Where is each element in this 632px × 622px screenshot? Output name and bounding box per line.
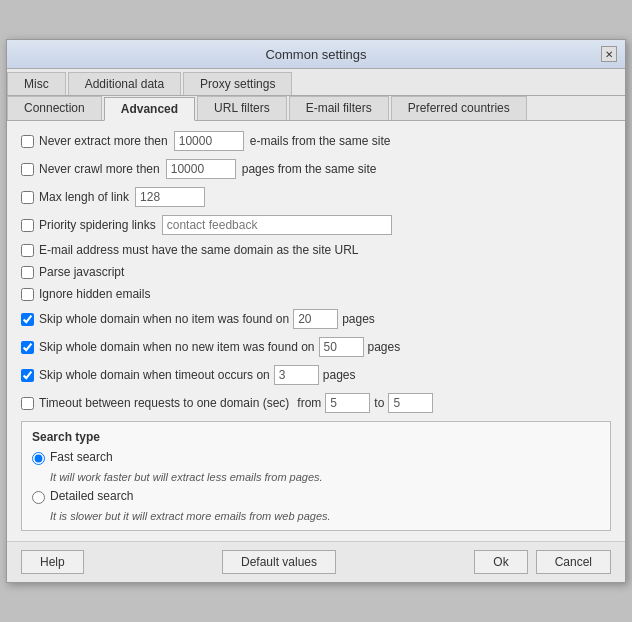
detailed-search-radio[interactable] bbox=[32, 491, 45, 504]
search-type-box: Search type Fast search It will work fas… bbox=[21, 421, 611, 531]
never-crawl-suffix: pages from the same site bbox=[242, 162, 377, 176]
never-crawl-checkbox[interactable] bbox=[21, 163, 34, 176]
tab-connection[interactable]: Connection bbox=[7, 96, 102, 120]
tab-proxy-settings[interactable]: Proxy settings bbox=[183, 72, 292, 95]
timeout-from-label: from bbox=[297, 396, 321, 410]
email-domain-checkbox-label[interactable]: E-mail address must have the same domain… bbox=[21, 243, 358, 257]
tab-email-filters[interactable]: E-mail filters bbox=[289, 96, 389, 120]
never-extract-checkbox-label[interactable]: Never extract more then bbox=[21, 134, 168, 148]
max-length-checkbox-label[interactable]: Max lengh of link bbox=[21, 190, 129, 204]
skip-domain-input[interactable] bbox=[293, 309, 338, 329]
timeout-row: Timeout between requests to one domain (… bbox=[21, 393, 611, 413]
bottom-tabs: Connection Advanced URL filters E-mail f… bbox=[7, 96, 625, 121]
never-extract-suffix: e-mails from the same site bbox=[250, 134, 391, 148]
tab-additional-data[interactable]: Additional data bbox=[68, 72, 181, 95]
ignore-hidden-checkbox[interactable] bbox=[21, 288, 34, 301]
timeout-to-label: to bbox=[374, 396, 384, 410]
help-button[interactable]: Help bbox=[21, 550, 84, 574]
tab-url-filters[interactable]: URL filters bbox=[197, 96, 287, 120]
never-extract-checkbox[interactable] bbox=[21, 135, 34, 148]
fast-search-radio-row: Fast search bbox=[32, 450, 600, 465]
email-domain-checkbox[interactable] bbox=[21, 244, 34, 257]
skip-domain-row: Skip whole domain when no item was found… bbox=[21, 309, 611, 329]
footer-right: Ok Cancel bbox=[474, 550, 611, 574]
timeout-checkbox-label[interactable]: Timeout between requests to one domain (… bbox=[21, 396, 289, 410]
content-area: Never extract more then e-mails from the… bbox=[7, 121, 625, 541]
ignore-hidden-row: Ignore hidden emails bbox=[21, 287, 611, 301]
close-button[interactable]: ✕ bbox=[601, 46, 617, 62]
skip-domain-new-row: Skip whole domain when no new item was f… bbox=[21, 337, 611, 357]
parse-js-checkbox[interactable] bbox=[21, 266, 34, 279]
skip-domain-new-input[interactable] bbox=[319, 337, 364, 357]
email-domain-row: E-mail address must have the same domain… bbox=[21, 243, 611, 257]
detailed-search-option: Detailed search It is slower but it will… bbox=[32, 489, 600, 522]
skip-timeout-input[interactable] bbox=[274, 365, 319, 385]
footer: Help Default values Ok Cancel bbox=[7, 541, 625, 582]
ignore-hidden-checkbox-label[interactable]: Ignore hidden emails bbox=[21, 287, 150, 301]
detailed-search-radio-row: Detailed search bbox=[32, 489, 600, 504]
never-crawl-checkbox-label[interactable]: Never crawl more then bbox=[21, 162, 160, 176]
detailed-search-desc: It is slower but it will extract more em… bbox=[50, 510, 600, 522]
search-type-title: Search type bbox=[32, 430, 600, 444]
skip-timeout-row: Skip whole domain when timeout occurs on… bbox=[21, 365, 611, 385]
fast-search-desc: It will work faster but will extract les… bbox=[50, 471, 600, 483]
timeout-checkbox[interactable] bbox=[21, 397, 34, 410]
default-values-button[interactable]: Default values bbox=[222, 550, 336, 574]
tab-misc[interactable]: Misc bbox=[7, 72, 66, 95]
parse-js-checkbox-label[interactable]: Parse javascript bbox=[21, 265, 124, 279]
never-extract-row: Never extract more then e-mails from the… bbox=[21, 131, 611, 151]
title-bar: Common settings ✕ bbox=[7, 40, 625, 69]
tab-preferred-countries[interactable]: Preferred countries bbox=[391, 96, 527, 120]
never-extract-input[interactable] bbox=[174, 131, 244, 151]
window-title: Common settings bbox=[31, 47, 601, 62]
skip-domain-suffix: pages bbox=[342, 312, 375, 326]
max-length-row: Max lengh of link bbox=[21, 187, 611, 207]
max-length-input[interactable] bbox=[135, 187, 205, 207]
skip-domain-checkbox-label[interactable]: Skip whole domain when no item was found… bbox=[21, 312, 289, 326]
timeout-to-input[interactable] bbox=[388, 393, 433, 413]
skip-domain-checkbox[interactable] bbox=[21, 313, 34, 326]
skip-timeout-checkbox[interactable] bbox=[21, 369, 34, 382]
max-length-checkbox[interactable] bbox=[21, 191, 34, 204]
priority-checkbox-label[interactable]: Priority spidering links bbox=[21, 218, 156, 232]
main-window: Common settings ✕ Misc Additional data P… bbox=[6, 39, 626, 583]
timeout-from-input[interactable] bbox=[325, 393, 370, 413]
skip-timeout-checkbox-label[interactable]: Skip whole domain when timeout occurs on bbox=[21, 368, 270, 382]
priority-checkbox[interactable] bbox=[21, 219, 34, 232]
top-tabs: Misc Additional data Proxy settings bbox=[7, 69, 625, 96]
skip-domain-new-checkbox-label[interactable]: Skip whole domain when no new item was f… bbox=[21, 340, 315, 354]
never-crawl-row: Never crawl more then pages from the sam… bbox=[21, 159, 611, 179]
parse-js-row: Parse javascript bbox=[21, 265, 611, 279]
fast-search-radio[interactable] bbox=[32, 452, 45, 465]
ok-button[interactable]: Ok bbox=[474, 550, 527, 574]
priority-row: Priority spidering links bbox=[21, 215, 611, 235]
fast-search-option: Fast search It will work faster but will… bbox=[32, 450, 600, 483]
cancel-button[interactable]: Cancel bbox=[536, 550, 611, 574]
priority-input[interactable] bbox=[162, 215, 392, 235]
detailed-search-label: Detailed search bbox=[50, 489, 133, 503]
tab-advanced[interactable]: Advanced bbox=[104, 97, 195, 121]
skip-timeout-suffix: pages bbox=[323, 368, 356, 382]
skip-domain-new-checkbox[interactable] bbox=[21, 341, 34, 354]
never-crawl-input[interactable] bbox=[166, 159, 236, 179]
skip-domain-new-suffix: pages bbox=[368, 340, 401, 354]
fast-search-label: Fast search bbox=[50, 450, 113, 464]
